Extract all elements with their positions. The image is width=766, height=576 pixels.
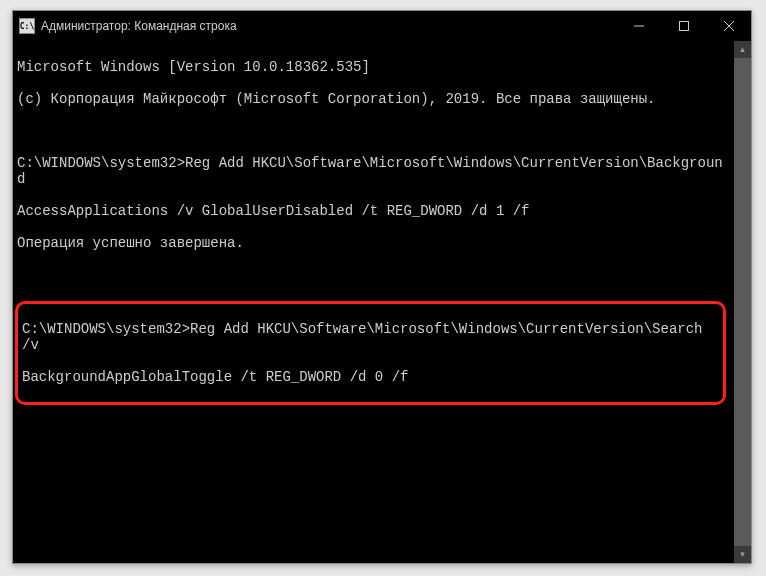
minimize-button[interactable]	[616, 11, 661, 41]
output-line: Microsoft Windows [Version 10.0.18362.53…	[17, 59, 730, 75]
terminal-area: Microsoft Windows [Version 10.0.18362.53…	[13, 41, 751, 563]
scroll-up-arrow-icon[interactable]: ▲	[734, 41, 751, 58]
highlight-annotation: C:\WINDOWS\system32>Reg Add HKCU\Softwar…	[15, 301, 726, 405]
output-line: AccessApplications /v GlobalUserDisabled…	[17, 203, 730, 219]
output-line	[17, 123, 730, 139]
cmd-icon: C:\	[19, 18, 35, 34]
maximize-icon	[679, 21, 689, 31]
scroll-track[interactable]	[734, 58, 751, 546]
terminal-output[interactable]: Microsoft Windows [Version 10.0.18362.53…	[13, 41, 734, 563]
command-prompt-window: C:\ Администратор: Командная строка Micr…	[12, 10, 752, 564]
output-line	[17, 267, 730, 283]
title-bar[interactable]: C:\ Администратор: Командная строка	[13, 11, 751, 41]
close-button[interactable]	[706, 11, 751, 41]
output-line: C:\WINDOWS\system32>Reg Add HKCU\Softwar…	[22, 321, 719, 353]
scroll-down-arrow-icon[interactable]: ▼	[734, 546, 751, 563]
maximize-button[interactable]	[661, 11, 706, 41]
minimize-icon	[634, 21, 644, 31]
window-title: Администратор: Командная строка	[41, 19, 616, 33]
vertical-scrollbar[interactable]: ▲ ▼	[734, 41, 751, 563]
svg-rect-1	[679, 22, 688, 31]
output-line: Операция успешно завершена.	[17, 235, 730, 251]
output-line: (c) Корпорация Майкрософт (Microsoft Cor…	[17, 91, 730, 107]
output-line: C:\WINDOWS\system32>Reg Add HKCU\Softwar…	[17, 155, 730, 187]
scroll-thumb[interactable]	[734, 58, 751, 546]
window-controls	[616, 11, 751, 41]
close-icon	[724, 21, 734, 31]
output-line: BackgroundAppGlobalToggle /t REG_DWORD /…	[22, 369, 719, 385]
